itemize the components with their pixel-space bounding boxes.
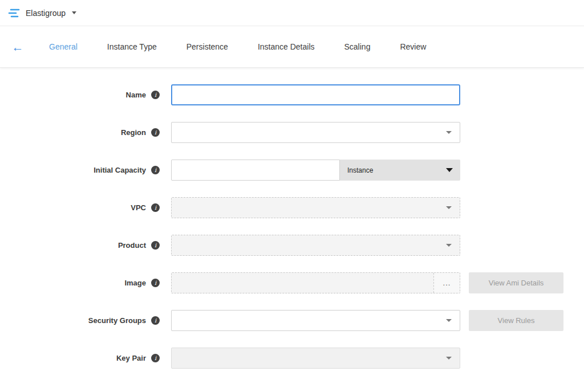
- form-row-vpc: VPC i: [0, 197, 584, 218]
- view-ami-details-button[interactable]: View Ami Details: [469, 272, 563, 293]
- form-row-region: Region i: [0, 122, 584, 143]
- name-input[interactable]: [171, 84, 460, 105]
- security-groups-select[interactable]: [171, 310, 460, 331]
- initial-capacity-label: Initial Capacity: [94, 166, 146, 174]
- chevron-down-icon: [446, 357, 452, 360]
- capacity-unit-value: Instance: [347, 166, 373, 174]
- image-label: Image: [124, 279, 146, 287]
- tab-persistence[interactable]: Persistence: [172, 42, 243, 51]
- capacity-unit-select[interactable]: Instance: [340, 160, 460, 181]
- info-icon[interactable]: i: [151, 166, 160, 174]
- initial-capacity-input[interactable]: [171, 160, 340, 181]
- tab-scaling[interactable]: Scaling: [330, 42, 386, 51]
- info-icon[interactable]: i: [151, 241, 160, 250]
- chevron-down-icon: [446, 206, 452, 209]
- form-row-image: Image i ... View Ami Details: [0, 272, 584, 293]
- chevron-down-icon: [446, 319, 452, 322]
- info-icon[interactable]: i: [151, 128, 160, 137]
- image-field: ...: [171, 272, 460, 293]
- browse-image-button[interactable]: ...: [433, 273, 460, 293]
- form-row-initial-capacity: Initial Capacity i Instance: [0, 160, 584, 181]
- vpc-label: VPC: [131, 203, 146, 212]
- tab-instance-details[interactable]: Instance Details: [243, 42, 330, 51]
- app-name: Elastigroup: [26, 9, 66, 18]
- app-switcher[interactable]: Elastigroup: [8, 8, 76, 18]
- product-select[interactable]: [171, 235, 460, 256]
- region-label: Region: [121, 128, 146, 137]
- back-button[interactable]: ←: [9, 41, 26, 53]
- product-label: Product: [118, 241, 146, 250]
- info-icon[interactable]: i: [151, 316, 160, 325]
- tab-review[interactable]: Review: [385, 42, 441, 51]
- info-icon[interactable]: i: [151, 279, 160, 287]
- info-icon[interactable]: i: [151, 354, 160, 362]
- image-value[interactable]: [172, 273, 433, 293]
- view-rules-button[interactable]: View Rules: [469, 310, 563, 331]
- vpc-select[interactable]: [171, 197, 460, 218]
- info-icon[interactable]: i: [151, 91, 160, 99]
- tab-instance-type[interactable]: Instance Type: [92, 42, 172, 51]
- wizard-tab-bar: ← General Instance Type Persistence Inst…: [0, 26, 584, 68]
- chevron-down-icon: [446, 244, 452, 247]
- form-row-name: Name i: [0, 84, 584, 105]
- form-row-security-groups: Security Groups i View Rules: [0, 310, 584, 331]
- form-row-key-pair: Key Pair i: [0, 348, 584, 369]
- key-pair-select[interactable]: [171, 348, 460, 369]
- region-select[interactable]: [171, 122, 460, 143]
- tab-general[interactable]: General: [34, 42, 92, 51]
- chevron-down-icon: [446, 168, 453, 172]
- security-groups-label: Security Groups: [88, 316, 146, 325]
- name-label: Name: [126, 91, 146, 99]
- top-bar: Elastigroup: [0, 0, 584, 26]
- key-pair-label: Key Pair: [116, 354, 146, 362]
- info-icon[interactable]: i: [151, 203, 160, 212]
- chevron-down-icon: [446, 131, 452, 134]
- general-form: Name i Region i Initial Capacity i Inst: [0, 68, 584, 369]
- form-row-product: Product i: [0, 235, 584, 256]
- elastigroup-logo-icon: [8, 8, 21, 18]
- chevron-down-icon: [72, 11, 76, 14]
- tabs: General Instance Type Persistence Instan…: [34, 42, 441, 51]
